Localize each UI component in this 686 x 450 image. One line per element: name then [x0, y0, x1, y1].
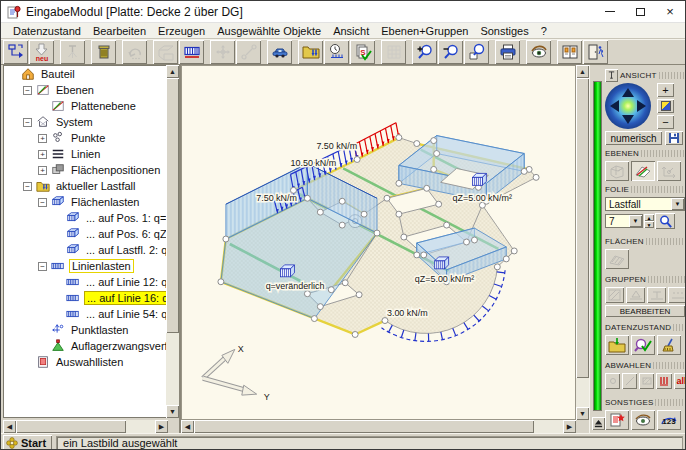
canvas-vscrollbar[interactable]: ▲ ▼	[576, 65, 589, 420]
tree-item[interactable]: Auflagerzwangsverform	[4, 338, 167, 354]
scroll-down-icon[interactable]: ▼	[576, 407, 589, 420]
numbering-button[interactable]: 123	[657, 410, 681, 430]
tree-item[interactable]: ... auf Pos. 6: qZ=5	[4, 226, 167, 242]
folie-number-select[interactable]: 7 ▼	[605, 214, 643, 228]
node-point[interactable]	[384, 195, 390, 201]
pan-left-icon[interactable]	[610, 100, 619, 112]
split-view-button[interactable]	[657, 99, 674, 113]
print-button[interactable]	[495, 40, 520, 64]
scroll-left-icon[interactable]: ◀	[3, 420, 16, 433]
node-point[interactable]	[533, 174, 539, 180]
deselect-loads-button[interactable]	[656, 373, 672, 389]
zoom-window-button[interactable]	[464, 40, 489, 64]
node-point[interactable]	[356, 292, 362, 298]
node-point[interactable]	[354, 156, 360, 162]
pin-panel-button[interactable]	[605, 69, 618, 82]
node-point[interactable]	[414, 252, 420, 258]
scroll-up-icon[interactable]: ▲	[166, 65, 179, 78]
menu-item-erzeugen[interactable]: Erzeugen	[152, 25, 211, 37]
node-point[interactable]	[431, 138, 437, 144]
node-point[interactable]	[464, 239, 470, 245]
expand-icon[interactable]: +	[38, 134, 47, 143]
node-point[interactable]	[431, 166, 437, 172]
node-point[interactable]	[414, 141, 420, 147]
node-point[interactable]	[317, 209, 323, 215]
tree-item[interactable]: ... auf Pos. 1: q=ve	[4, 210, 167, 226]
book-button[interactable]	[557, 40, 582, 64]
tree-item[interactable]: +Punkte	[4, 130, 167, 146]
tree-item[interactable]: ... auf Linie 54: qZ	[4, 306, 167, 322]
tree-item[interactable]: Punktlasten	[4, 322, 167, 338]
close-button[interactable]: ×	[655, 1, 685, 22]
scroll-right-icon[interactable]: ▶	[563, 420, 576, 433]
exit-button[interactable]	[583, 40, 608, 64]
new-button[interactable]: neu	[29, 40, 54, 64]
trash-button[interactable]	[91, 40, 116, 64]
node-point[interactable]	[223, 236, 229, 242]
tree-item[interactable]: Bauteil	[4, 66, 167, 82]
canvas-hscroll-thumb[interactable]	[194, 420, 534, 433]
node-point[interactable]	[382, 318, 388, 324]
car-button[interactable]	[267, 40, 292, 64]
collapse-icon[interactable]: −	[23, 118, 32, 127]
expand-icon[interactable]: +	[38, 166, 47, 175]
zoom-minus-button[interactable]: −	[657, 115, 674, 129]
node-point[interactable]	[444, 222, 450, 228]
check-pages-button[interactable]: S	[350, 40, 375, 64]
project-tree[interactable]: Bauteil−EbenenPlattenebene−System+Punkte…	[3, 65, 168, 418]
tree-item[interactable]: −Flächenlasten	[4, 194, 167, 210]
tree-item[interactable]: Plattenebene	[4, 98, 167, 114]
node-point[interactable]	[434, 151, 440, 157]
node-point[interactable]	[471, 237, 477, 243]
node-point[interactable]	[511, 248, 517, 254]
menu-item-bearbeiten[interactable]: Bearbeiten	[87, 25, 152, 37]
collapse-icon[interactable]: −	[38, 262, 47, 271]
node-point[interactable]	[396, 180, 402, 186]
tree-item[interactable]: ... auf Linie 12: qZ	[4, 274, 167, 290]
tree-item[interactable]: ... auf Linie 16: qZ	[4, 290, 167, 306]
folie-type-select[interactable]: Lastfall ▼	[605, 197, 685, 211]
node-point[interactable]	[342, 280, 348, 286]
new-page-button[interactable]	[605, 410, 629, 430]
chevron-down-icon[interactable]: ▼	[629, 215, 642, 227]
menu-item-ebenen-gruppen[interactable]: Ebenen+Gruppen	[375, 25, 474, 37]
tree-item[interactable]: −Linienlasten	[4, 258, 167, 274]
numerisch-button[interactable]: numerisch	[605, 131, 662, 145]
collapse-icon[interactable]: −	[23, 182, 32, 191]
node-point[interactable]	[317, 304, 323, 310]
view-navigator[interactable]	[605, 83, 651, 129]
menu-item-?[interactable]: ?	[535, 25, 553, 37]
node-point[interactable]	[361, 211, 367, 217]
tree-item[interactable]: +Linien	[4, 146, 167, 162]
folie-search-button[interactable]	[655, 213, 675, 229]
tree-hscrollbar[interactable]: ◀ ▶	[3, 420, 168, 433]
scroll-up-icon[interactable]: ▲	[576, 65, 589, 78]
zoom-in-button[interactable]	[412, 40, 437, 64]
tree-item[interactable]: Auswahllisten	[4, 354, 167, 370]
node-point[interactable]	[396, 135, 402, 141]
node-point[interactable]	[304, 291, 310, 297]
flow-button[interactable]	[3, 40, 28, 64]
tree-item[interactable]: −Ebenen	[4, 82, 167, 98]
node-point[interactable]	[401, 234, 407, 240]
model-view[interactable]: 7.50 kN/m 10.50 kN/m 7.50 kN/m qZ=5.00 k…	[181, 65, 576, 420]
tree-vscroll-thumb[interactable]	[166, 78, 179, 333]
scroll-right-icon[interactable]: ▶	[155, 420, 168, 433]
collapse-icon[interactable]: −	[23, 86, 32, 95]
import-data-button[interactable]	[605, 335, 629, 355]
node-point[interactable]	[396, 211, 402, 217]
canvas-vscroll-thumb[interactable]	[576, 78, 589, 378]
node-point[interactable]	[374, 230, 380, 236]
tree-hscroll-thumb[interactable]	[16, 420, 126, 433]
node-point[interactable]	[421, 252, 427, 258]
expand-icon[interactable]: +	[38, 150, 47, 159]
maximize-button[interactable]	[625, 1, 655, 22]
zoom-out-button[interactable]	[438, 40, 463, 64]
check-data-button[interactable]	[631, 335, 655, 355]
node-point[interactable]	[352, 331, 358, 337]
node-point[interactable]	[339, 198, 345, 204]
node-point[interactable]	[311, 316, 317, 322]
node-point[interactable]	[304, 195, 310, 201]
green-level-bar[interactable]	[593, 81, 602, 411]
eject-button[interactable]	[592, 417, 605, 430]
